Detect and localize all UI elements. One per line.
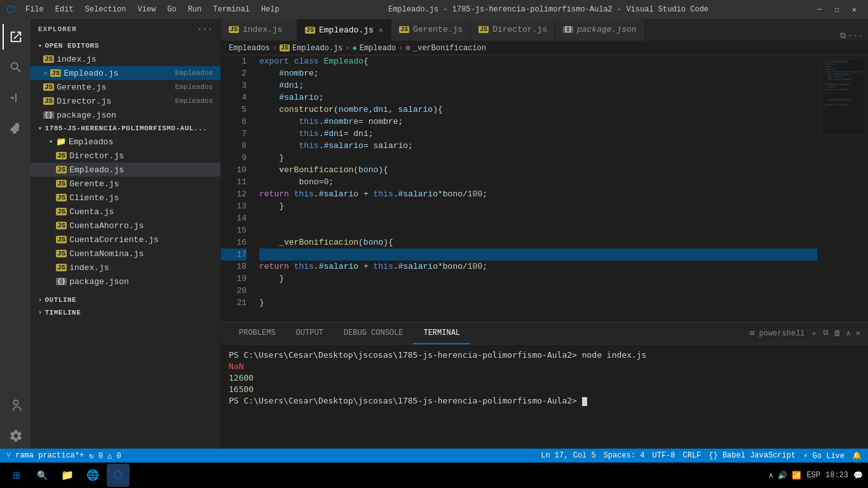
taskbar-explorer[interactable]: 📁 <box>56 464 79 487</box>
menu-selection[interactable]: Selection <box>80 4 132 15</box>
activity-extensions[interactable] <box>3 116 28 141</box>
maximize-button[interactable]: ☐ <box>830 4 844 16</box>
status-encoding[interactable]: UTF-8 <box>652 451 675 460</box>
tree-cuentacorriente[interactable]: JS CuentaCorriente.js <box>31 233 220 247</box>
outline-section[interactable]: › OUTLINE <box>31 294 220 306</box>
tree-cuenta[interactable]: JS Cuenta.js <box>31 205 220 219</box>
folder-icon: 📁 <box>56 137 66 147</box>
tree-cuentaahorro[interactable]: JS CuentaAhorro.js <box>31 219 220 233</box>
window-controls[interactable]: ─ ☐ ✕ <box>812 4 862 16</box>
tree-director[interactable]: JS Director.js <box>31 149 220 163</box>
tree-index[interactable]: JS index.js <box>31 261 220 274</box>
code-line-12: return this.#salario + this.#salario*bon… <box>259 188 817 200</box>
activity-search[interactable] <box>3 55 28 80</box>
tree-cliente[interactable]: JS Cliente.js <box>31 191 220 205</box>
tab-gerente[interactable]: JS Gerente.js <box>391 19 471 41</box>
status-notifications[interactable]: 🔔 <box>852 451 862 461</box>
panel-tab-debug[interactable]: DEBUG CONSOLE <box>334 322 414 344</box>
menu-view[interactable]: View <box>132 4 161 15</box>
windows-taskbar: ⊞ 🔍 📁 🌐 ⬡ ∧ 🔊 📶 ESP 18:23 💬 <box>0 463 868 488</box>
status-branch[interactable]: ⑂ rama practica*+ <box>6 451 84 460</box>
code-line-16: _verBonificacion(bono){ <box>259 236 817 248</box>
tab-close-button[interactable]: ✕ <box>379 25 383 35</box>
status-sync[interactable]: ↻ 0 △ 0 <box>89 451 121 461</box>
menu-file[interactable]: File <box>20 4 49 15</box>
more-tabs-button[interactable]: ··· <box>848 31 863 41</box>
activity-explorer[interactable] <box>3 24 28 50</box>
tab-actions: ⧉ ··· <box>835 31 868 41</box>
explorer-chevron: ▾ <box>38 125 43 132</box>
status-spaces[interactable]: Spaces: 4 <box>604 451 645 460</box>
breadcrumb-file[interactable]: Empleado.js <box>292 44 342 53</box>
panel-tab-output[interactable]: OUTPUT <box>286 322 334 344</box>
open-editor-package[interactable]: {} package.json <box>31 108 220 122</box>
js-file-icon: JS <box>56 152 67 159</box>
open-editor-gerente[interactable]: JS Gerente.js Empleados <box>31 80 220 94</box>
minimize-button[interactable]: ─ <box>812 4 827 16</box>
tree-empleado[interactable]: JS Empleado.js <box>31 163 220 177</box>
panel-close-button[interactable]: ✕ <box>856 329 860 338</box>
split-editor-button[interactable]: ⧉ <box>840 31 846 41</box>
tree-gerente[interactable]: JS Gerente.js <box>31 177 220 191</box>
tab-package[interactable]: {} package.json <box>555 19 645 41</box>
windows-icon: ⊞ <box>13 468 20 482</box>
open-editors-section[interactable]: ▾ OPEN EDITORS <box>31 39 220 52</box>
breadcrumb-class[interactable]: Empleado <box>360 44 397 53</box>
terminal-content[interactable]: PS C:\Users\Cesar\Desktop\jscosas\1785-j… <box>221 344 868 449</box>
trash-terminal-button[interactable]: 🗑 <box>834 329 841 338</box>
activity-settings[interactable] <box>3 423 28 449</box>
js-file-icon: JS <box>56 264 67 271</box>
js-tab-icon: JS <box>305 27 315 34</box>
tree-packagejson[interactable]: {} package.json <box>31 274 220 288</box>
tab-empleado[interactable]: JS Empleado.js ✕ <box>297 19 391 41</box>
taskbar-search[interactable]: 🔍 <box>31 464 53 487</box>
status-golive[interactable]: ⚡ Go Live <box>803 451 844 461</box>
tab-index[interactable]: JS index.js <box>221 19 297 41</box>
panel-tab-terminal[interactable]: TERMINAL <box>413 322 470 344</box>
taskbar-browser[interactable]: 🌐 <box>81 464 104 487</box>
terminal-shell-label: ⊞ powershell <box>750 329 804 338</box>
menu-go[interactable]: Go <box>162 4 181 15</box>
new-terminal-button[interactable]: ＋ <box>810 328 818 339</box>
panel-tab-problems[interactable]: PROBLEMS <box>229 322 286 344</box>
taskbar-time: 18:23 <box>825 471 848 480</box>
breadcrumb-empleados[interactable]: Empleados <box>229 44 270 53</box>
taskbar-lang: ESP <box>806 471 820 480</box>
code-content[interactable]: export class Empleado{ #nombre; #dni; #s… <box>253 55 817 322</box>
breadcrumb-method-icon: ⚙ <box>406 43 410 53</box>
close-button[interactable]: ✕ <box>847 4 862 16</box>
tab-director[interactable]: JS Director.js <box>471 19 555 41</box>
open-editor-director[interactable]: JS Director.js Empleados <box>31 94 220 108</box>
split-terminal-button[interactable]: ⧉ <box>823 329 829 337</box>
status-position[interactable]: Ln 17, Col 5 <box>541 451 595 460</box>
browser-icon: 🌐 <box>86 469 99 482</box>
close-icon[interactable]: ✕ <box>43 69 48 78</box>
breadcrumb-method[interactable]: _verBonificacion <box>413 44 486 53</box>
code-editor[interactable]: 1 2 3 4 5 6 7 8 9 10 11 12 13 14 15 16 1 <box>221 55 817 322</box>
terminal-line-prompt: PS C:\Users\Cesar\Desktop\jscosas\1785-j… <box>229 395 860 407</box>
js-file-icon: JS <box>56 208 67 215</box>
explorer-section[interactable]: ▾ 1785-JS-HERENCIA-POLIMORFISMO-AUL... <box>31 122 220 135</box>
sidebar: EXPLORER ··· ▾ OPEN EDITORS JS index.js … <box>31 19 221 449</box>
status-eol[interactable]: CRLF <box>683 451 702 460</box>
timeline-section[interactable]: › TIMELINE <box>31 306 220 319</box>
menu-run[interactable]: Run <box>183 4 207 15</box>
taskbar-notification[interactable]: 💬 <box>853 471 863 480</box>
js-file-icon: JS <box>43 55 54 63</box>
status-language[interactable]: {} Babel JavaScript <box>709 451 796 460</box>
activity-account[interactable] <box>3 393 28 418</box>
start-button[interactable]: ⊞ <box>5 464 28 487</box>
json-file-icon: {} <box>56 278 67 285</box>
panel-collapse-button[interactable]: ∧ <box>846 329 851 338</box>
titlebar-menu[interactable]: File Edit Selection View Go Run Terminal… <box>20 4 285 15</box>
tree-cuentanomina[interactable]: JS CuentaNomina.js <box>31 247 220 261</box>
menu-edit[interactable]: Edit <box>50 4 79 15</box>
sidebar-more-button[interactable]: ··· <box>197 24 213 34</box>
folder-empleados[interactable]: ▾ 📁 Empleados <box>31 135 220 149</box>
open-editor-empleado[interactable]: ✕ JS Empleado.js Empleados <box>31 66 220 80</box>
taskbar-vscode[interactable]: ⬡ <box>107 464 130 487</box>
activity-source-control[interactable] <box>3 85 28 111</box>
open-editor-index[interactable]: JS index.js <box>31 52 220 66</box>
menu-terminal[interactable]: Terminal <box>208 4 255 15</box>
menu-help[interactable]: Help <box>256 4 285 15</box>
